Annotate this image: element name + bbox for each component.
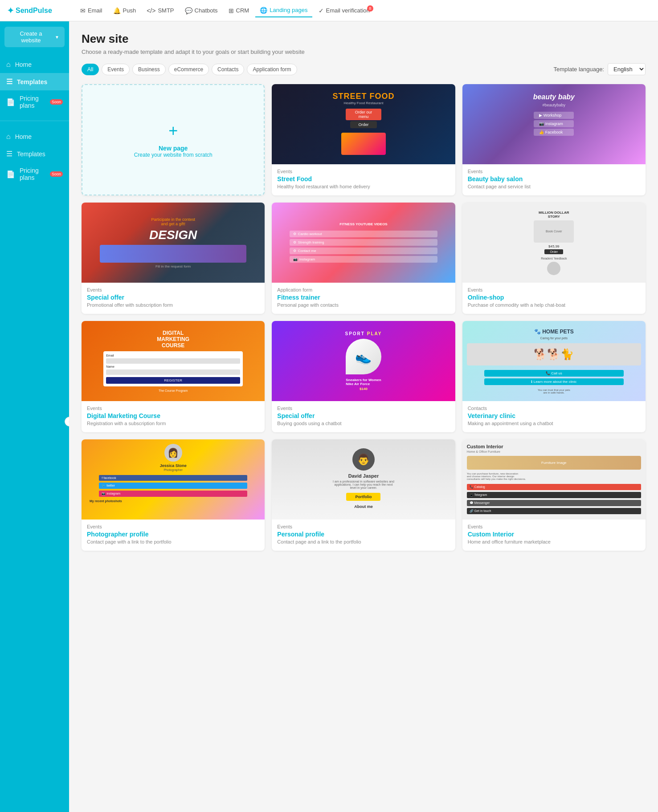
crm-icon: ⊞	[229, 7, 234, 14]
sidebar-item-templates[interactable]: ☰ Templates	[0, 73, 69, 90]
name-custom-interior: Custom Interior	[468, 531, 640, 538]
new-page-subtitle: Create your website from scratch	[134, 152, 213, 158]
nav-label-smtp: SMTP	[158, 7, 174, 14]
filter-tags: All Events Business eCommerce Contacts A…	[82, 64, 297, 75]
name-beauty: Beauty baby salon	[468, 175, 640, 183]
template-info-personal: Events Personal profile Contact page and…	[272, 520, 455, 551]
desc-photographer: Contact page with a link to the portfoli…	[87, 539, 259, 544]
language-label: Template language:	[554, 66, 604, 73]
filter-events[interactable]: Events	[102, 64, 130, 75]
template-card-digital[interactable]: DIGITALMARKETINGCOURSE Email Name REGIST…	[82, 321, 265, 432]
templates-icon: ☰	[6, 77, 12, 86]
filter-business[interactable]: Business	[132, 64, 166, 75]
sidebar-item-pricing[interactable]: 📄 Pricing plans Soon	[0, 90, 69, 114]
verify-icon: ✓	[319, 7, 324, 14]
desc-sport: Buying goods using a chatbot	[277, 421, 450, 426]
templates2-icon: ☰	[6, 150, 12, 158]
email-icon: ✉	[80, 7, 86, 14]
nav-item-smtp[interactable]: </> SMTP	[142, 4, 178, 17]
desc-fitness: Personal page with contacts	[277, 302, 450, 308]
sidebar-collapse-button[interactable]: ‹	[65, 417, 69, 426]
filter-contacts[interactable]: Contacts	[212, 64, 244, 75]
home-icon: ⌂	[6, 61, 11, 69]
nav-item-push[interactable]: 🔔 Push	[109, 4, 141, 17]
template-card-online-shop[interactable]: MILLION DOLLARSTORY Book Cover $45,99 Or…	[462, 203, 646, 314]
verify-badge: 8	[367, 5, 373, 12]
nav-label-verify: Email verification	[326, 7, 370, 14]
template-card-custom-interior[interactable]: Custom Interior Home & Office Furniture …	[462, 439, 646, 551]
logo-icon: ✦	[7, 6, 14, 16]
create-website-button[interactable]: Create a website ▼	[4, 27, 65, 47]
template-card-sport[interactable]: SPORT PLAY 👟 Sneakers for WomenNike Air …	[272, 321, 455, 432]
desc-personal: Contact page and a link to the portfolio	[277, 539, 450, 544]
template-info-street-food: Events Street Food Healthy food restaura…	[272, 164, 455, 195]
sidebar-item-home2[interactable]: ⌂ Home	[0, 128, 69, 145]
landing-icon: 🌐	[260, 7, 267, 14]
nav-label-push: Push	[123, 7, 136, 14]
category-online-shop: Events	[468, 287, 640, 292]
templates-grid: + New page Create your website from scra…	[82, 84, 646, 551]
template-info-sport: Events Special offer Buying goods using …	[272, 401, 455, 432]
thumb-sport: SPORT PLAY 👟 Sneakers for WomenNike Air …	[272, 321, 455, 401]
filter-bar: All Events Business eCommerce Contacts A…	[82, 63, 646, 75]
nav-items: ✉ Email 🔔 Push </> SMTP 💬 Chatbots ⊞ CRM…	[76, 4, 374, 17]
desc-street-food: Healthy food restaurant with home delive…	[277, 184, 450, 189]
filter-all[interactable]: All	[82, 64, 99, 75]
page-title: New site	[82, 32, 646, 46]
filter-application[interactable]: Application form	[247, 64, 297, 75]
name-sport: Special offer	[277, 412, 450, 419]
filter-ecommerce[interactable]: eCommerce	[168, 64, 209, 75]
thumb-personal: 👨 David Jasper I am a professional in so…	[272, 439, 455, 520]
template-card-photographer[interactable]: 👩 Jessica Stone Photographer f facebook …	[82, 439, 265, 551]
category-special-offer: Events	[87, 287, 259, 292]
pricing2-icon: 📄	[6, 170, 15, 179]
category-custom-interior: Events	[468, 524, 640, 529]
template-card-beauty[interactable]: beauty baby #beautybaby ▶ Workshop 📷 Ins…	[462, 84, 646, 195]
new-page-title: New page	[159, 145, 188, 152]
nav-item-email-verify[interactable]: ✓ Email verification 8	[314, 4, 374, 17]
name-digital: Digital Marketing Course	[87, 412, 259, 419]
nav-item-crm[interactable]: ⊞ CRM	[224, 4, 254, 17]
thumb-custom-interior: Custom Interior Home & Office Furniture …	[462, 439, 646, 520]
template-card-vet[interactable]: 🐾 HOME PETS Caring for your pets 🐕🐕🐈 📞 C…	[462, 321, 646, 432]
nav-item-email[interactable]: ✉ Email	[76, 4, 107, 17]
nav-item-landing[interactable]: 🌐 Landing pages	[255, 4, 312, 17]
desc-beauty: Contact page and service list	[468, 184, 640, 189]
dropdown-arrow-icon: ▼	[55, 35, 59, 40]
main-content: New site Choose a ready-made template an…	[69, 21, 658, 812]
template-info-digital: Events Digital Marketing Course Registra…	[82, 401, 265, 432]
language-selector: Template language: English Spanish Frenc…	[554, 63, 646, 75]
template-info-special-offer: Events Special offer Promotional offer w…	[82, 283, 265, 314]
sidebar-label-templates2: Templates	[17, 150, 45, 158]
logo[interactable]: ✦ SendPulse	[7, 6, 65, 16]
template-card-fitness[interactable]: FITNESS YOUTUBE VIDEOS ⚙ Cardio workout …	[272, 203, 455, 314]
category-street-food: Events	[277, 169, 450, 174]
thumb-online-shop: MILLION DOLLARSTORY Book Cover $45,99 Or…	[462, 203, 646, 283]
template-info-photographer: Events Photographer profile Contact page…	[82, 520, 265, 551]
category-sport: Events	[277, 406, 450, 411]
name-photographer: Photographer profile	[87, 531, 259, 538]
new-page-plus-icon: +	[168, 122, 178, 140]
name-vet: Veterinary clinic	[468, 412, 640, 419]
template-card-personal[interactable]: 👨 David Jasper I am a professional in so…	[272, 439, 455, 551]
category-photographer: Events	[87, 524, 259, 529]
template-card-street-food[interactable]: street food Healthy Food Restaurant Orde…	[272, 84, 455, 195]
sidebar-item-templates2[interactable]: ☰ Templates	[0, 145, 69, 162]
name-fitness: Fitness trainer	[277, 294, 450, 301]
nav-item-chatbots[interactable]: 💬 Chatbots	[180, 4, 222, 17]
home2-icon: ⌂	[6, 133, 11, 141]
language-select[interactable]: English Spanish French	[608, 63, 646, 75]
name-special-offer: Special offer	[87, 294, 259, 301]
layout: Create a website ▼ ⌂ Home ☰ Templates 📄 …	[0, 21, 658, 812]
new-page-card[interactable]: + New page Create your website from scra…	[82, 84, 265, 195]
sidebar-item-pricing2[interactable]: 📄 Pricing plans Soon	[0, 162, 69, 186]
template-card-special-offer[interactable]: Participate in the contestand get a gift…	[82, 203, 265, 314]
sidebar-item-home[interactable]: ⌂ Home	[0, 56, 69, 73]
sidebar-label-home2: Home	[15, 133, 32, 140]
template-info-fitness: Application form Fitness trainer Persona…	[272, 283, 455, 314]
category-fitness: Application form	[277, 287, 450, 292]
thumb-special-offer: Participate in the contestand get a gift…	[82, 203, 265, 283]
desc-online-shop: Purchase of commodity with a help chat-b…	[468, 302, 640, 308]
create-btn-label: Create a website	[10, 30, 52, 44]
logo-text: SendPulse	[16, 7, 52, 15]
